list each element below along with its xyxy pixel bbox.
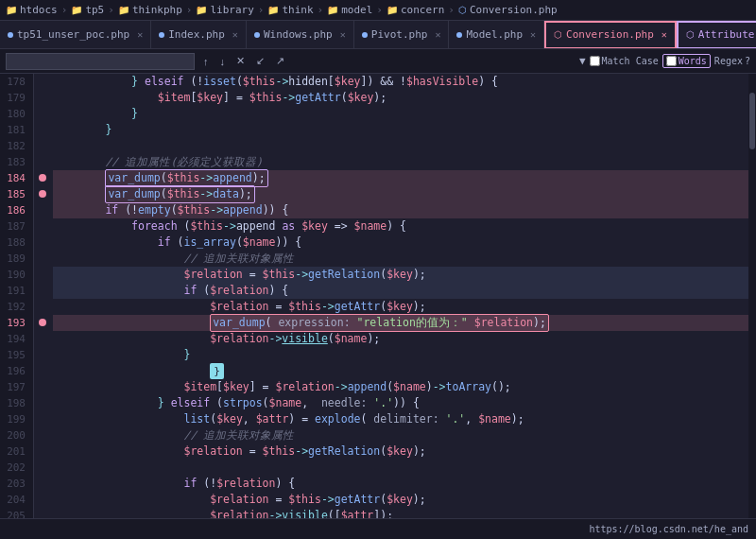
- tab-label: Model.php: [466, 28, 523, 41]
- scrollbar-thumb[interactable]: [749, 93, 755, 149]
- search-down-button[interactable]: ↓: [217, 55, 229, 68]
- tab-tp51[interactable]: tp51_unser_poc.php ✕: [0, 21, 151, 49]
- line-num: 187: [0, 218, 29, 235]
- regex-help-icon: ?: [745, 56, 750, 66]
- line-num: 196: [0, 363, 29, 379]
- search-input[interactable]: [6, 53, 195, 70]
- breadcrumb-sep: ›: [258, 4, 265, 16]
- words-checkbox[interactable]: [666, 56, 677, 66]
- tab-index[interactable]: Index.php ✕: [151, 21, 247, 49]
- breadcrumb-item: ⬡ Conversion.php: [458, 4, 558, 16]
- line-num: 202: [0, 460, 29, 476]
- line-num: 182: [0, 138, 29, 154]
- code-line-180: }: [53, 106, 748, 122]
- search-up-button[interactable]: ↑: [200, 55, 212, 68]
- breadcrumb-item: 📁 htdocs: [6, 4, 58, 16]
- line-num: 205: [0, 508, 29, 518]
- code-line-182: [53, 138, 748, 154]
- code-line-186: if (!empty($this->append)) {: [53, 202, 748, 218]
- folder-icon: 📁: [196, 5, 207, 15]
- line-num: 188: [0, 235, 29, 251]
- folder-icon: 📁: [71, 5, 82, 15]
- line-num: 191: [0, 283, 29, 299]
- search-nav-2-button[interactable]: ↗: [273, 54, 287, 68]
- match-case-checkbox[interactable]: [590, 56, 600, 66]
- folder-icon: 📁: [267, 5, 279, 15]
- php-icon: ⬡: [554, 29, 562, 40]
- tab-close-button[interactable]: ✕: [340, 29, 346, 40]
- tab-windows[interactable]: Windows.php ✕: [247, 21, 354, 49]
- tab-conversion[interactable]: ⬡ Conversion.php ✕: [544, 21, 677, 49]
- search-bar: ↑ ↓ ✕ ↙ ↗ ▼ Match Case Words Regex ?: [0, 49, 756, 74]
- tab-close-button[interactable]: ✕: [530, 29, 536, 40]
- breadcrumb-text: concern: [401, 4, 444, 16]
- line-num: 193: [0, 315, 29, 331]
- match-case-label: Match Case: [602, 56, 659, 66]
- php-icon: ⬡: [686, 29, 695, 40]
- breakpoint-184[interactable]: [39, 174, 46, 182]
- code-line-191: if ($relation) {: [53, 283, 748, 299]
- tab-attribute[interactable]: ⬡ Attribute: [677, 21, 756, 49]
- search-nav-1-button[interactable]: ↙: [253, 54, 267, 68]
- folder-icon: 📁: [387, 5, 398, 15]
- breakpoint-185[interactable]: [39, 190, 46, 198]
- line-num: 197: [0, 379, 29, 395]
- code-line-202: [53, 460, 748, 476]
- code-area: 178 179 180 181 182 183 184 185 186 187 …: [0, 74, 756, 518]
- code-line-183: // 追加属性(必须定义获取器): [53, 154, 748, 170]
- line-num: 192: [0, 299, 29, 315]
- tab-label: tp51_unser_poc.php: [17, 28, 129, 41]
- breakpoint-193[interactable]: [39, 319, 46, 326]
- folder-icon: 📁: [6, 5, 17, 15]
- line-num: 200: [0, 427, 29, 443]
- line-numbers: 178 179 180 181 182 183 184 185 186 187 …: [0, 74, 34, 518]
- tab-model[interactable]: Model.php ✕: [449, 21, 544, 49]
- code-content: } elseif (!isset($this->hidden[$key]) &&…: [47, 74, 748, 518]
- line-num: 190: [0, 267, 29, 283]
- code-line-204: $relation = $this->getAttr($key);: [53, 492, 748, 508]
- line-num: 180: [0, 106, 29, 122]
- line-num: 195: [0, 347, 29, 363]
- tab-close-button[interactable]: ✕: [435, 29, 440, 40]
- line-num: 179: [0, 90, 29, 106]
- tab-close-button[interactable]: ✕: [662, 29, 667, 40]
- line-num: 201: [0, 443, 29, 460]
- breadcrumb-text: model: [341, 4, 372, 16]
- breadcrumb-sep: ›: [108, 4, 114, 16]
- breadcrumb-item: 📁 think: [267, 4, 313, 16]
- breadcrumb-text: tp5: [85, 4, 104, 16]
- tab-dot: [362, 32, 368, 38]
- breadcrumb-sep: ›: [318, 4, 324, 16]
- scrollbar-track[interactable]: [748, 74, 756, 518]
- tab-dot: [8, 32, 13, 38]
- code-line-199: list($key, $attr) = explode( delimiter: …: [53, 411, 748, 427]
- line-num: 185: [0, 186, 29, 202]
- match-case-option[interactable]: Match Case: [590, 56, 659, 66]
- code-line-189: // 追加关联对象属性: [53, 251, 748, 267]
- code-line-197: $item[$key] = $relation->append($name)->…: [53, 379, 748, 395]
- code-line-178: } elseif (!isset($this->hidden[$key]) &&…: [53, 74, 748, 90]
- code-line-184: var_dump($this->append);: [53, 170, 748, 186]
- tab-close-button[interactable]: ✕: [137, 29, 143, 40]
- tab-bar: tp51_unser_poc.php ✕ Index.php ✕ Windows…: [0, 21, 756, 49]
- code-line-188: if (is_array($name)) {: [53, 235, 748, 251]
- php-icon: ⬡: [458, 5, 467, 15]
- regex-option[interactable]: Regex ?: [714, 56, 750, 66]
- breadcrumb-text: think: [282, 4, 313, 16]
- code-line-195: }: [53, 347, 748, 363]
- tab-pivot[interactable]: Pivot.php ✕: [354, 21, 450, 49]
- tab-label: Conversion.php: [566, 28, 654, 41]
- line-num: 189: [0, 251, 29, 267]
- line-num: 183: [0, 154, 29, 170]
- words-option[interactable]: Words: [662, 54, 711, 68]
- tab-dot: [456, 32, 462, 38]
- filter-icon: ▼: [579, 55, 586, 67]
- breadcrumb-bar: 📁 htdocs › 📁 tp5 › 📁 thinkphp › 📁 librar…: [0, 0, 756, 21]
- code-line-203: if (!$relation) {: [53, 476, 748, 492]
- line-num: 184: [0, 170, 29, 186]
- code-line-196: }: [53, 363, 748, 379]
- line-num: 203: [0, 476, 29, 492]
- tab-close-button[interactable]: ✕: [232, 29, 238, 40]
- line-num: 178: [0, 74, 29, 90]
- search-close-button[interactable]: ✕: [233, 54, 248, 68]
